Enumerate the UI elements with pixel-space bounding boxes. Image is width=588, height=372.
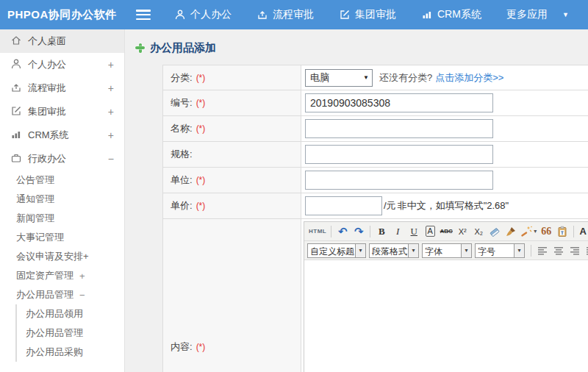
spec-input[interactable] <box>305 145 493 164</box>
form-row-spec: 规格: <box>163 142 588 168</box>
export-icon <box>10 82 28 96</box>
superscript-button[interactable]: X² <box>455 224 470 239</box>
auto-typeset-wand-icon[interactable]: ▾ <box>520 224 537 239</box>
nav-workflow-approval[interactable]: 流程审批 <box>257 8 314 21</box>
underline-button[interactable]: U <box>406 224 421 239</box>
chevron-down-icon: ▾ <box>514 243 525 258</box>
category-select-value: 电脑 <box>310 71 329 85</box>
required-marker: (*) <box>196 98 206 108</box>
sidebar-item-group-approval[interactable]: 集团审批 + <box>0 100 124 124</box>
strikethrough-button[interactable]: ABC <box>439 224 453 239</box>
sidebar-item-memorabilia-mgmt[interactable]: 大事记管理 <box>0 228 124 247</box>
hamburger-menu-icon[interactable] <box>136 10 151 20</box>
source-code-button[interactable]: HTML <box>308 224 327 239</box>
price-unit-suffix: /元 <box>384 199 396 212</box>
name-input[interactable] <box>305 119 493 138</box>
category-label: 分类: <box>171 71 193 85</box>
sidebar-item-fixed-assets-mgmt[interactable]: 固定资产管理 + <box>0 266 124 285</box>
sidebar-item-supplies-purchase[interactable]: 办公用品采购 <box>17 343 124 362</box>
content-label: 内容: <box>171 340 193 354</box>
nav-label: 个人办公 <box>190 8 232 21</box>
expand-plus-icon[interactable]: + <box>108 59 114 71</box>
top-header: PHPOA协同办公软件 个人办公 流程审批 集团审批 CRM系统 更多应用 ▼ <box>0 0 588 29</box>
bold-button[interactable]: B <box>374 224 389 239</box>
office-supplies-submenu: 办公用品领用 办公用品管理 办公用品采购 <box>15 304 124 362</box>
sidebar-item-supplies-claim[interactable]: 办公用品领用 <box>17 304 124 323</box>
eraser-icon[interactable] <box>487 224 502 239</box>
category-select[interactable]: 电脑 ▼ <box>305 69 373 87</box>
expand-plus-icon[interactable]: + <box>79 271 85 282</box>
sidebar-item-notice-mgmt[interactable]: 通知管理 <box>0 190 124 209</box>
chevron-down-icon: ▾ <box>356 243 366 258</box>
nav-more-apps[interactable]: 更多应用 <box>506 8 548 21</box>
admin-office-submenu: 公告管理 通知管理 新闻管理 大事记管理 会议申请及安排+ 固定资产管理 + 办… <box>0 171 124 362</box>
editor-content-area[interactable] <box>304 260 588 372</box>
nav-personal-office[interactable]: 个人办公 <box>174 8 232 21</box>
more-apps-caret-icon[interactable]: ▼ <box>562 11 569 18</box>
nav-crm-system[interactable]: CRM系统 <box>421 8 481 21</box>
expand-plus-icon[interactable]: + <box>108 129 114 141</box>
undo-icon[interactable]: ↶ <box>335 224 350 239</box>
editor-toolbar-row-2: 自定义标题▾ 段落格式▾ 字体▾ 字号▾ <box>304 241 588 260</box>
add-supply-form: 分类:(*) 电脑 ▼ 还没有分类? 点击添加分类>> 编号:(*) 名称:(*… <box>162 65 588 372</box>
align-left-icon[interactable] <box>535 243 550 258</box>
add-category-link[interactable]: 点击添加分类>> <box>435 71 503 85</box>
sidebar-item-news-mgmt[interactable]: 新闻管理 <box>0 209 124 228</box>
nav-group-approval[interactable]: 集团审批 <box>339 8 396 21</box>
align-right-icon[interactable] <box>567 243 582 258</box>
form-row-category: 分类:(*) 电脑 ▼ 还没有分类? 点击添加分类>> <box>163 65 588 90</box>
form-row-unit: 单位:(*) <box>163 168 588 193</box>
sidebar-item-crm-system[interactable]: CRM系统 + <box>0 124 124 147</box>
paste-as-text-clipboard-icon[interactable] <box>555 224 570 239</box>
price-input[interactable] <box>305 196 382 215</box>
form-row-code: 编号:(*) <box>163 90 588 116</box>
font-family-select[interactable]: 字体▾ <box>422 243 472 258</box>
align-justify-icon[interactable] <box>584 243 588 258</box>
chevron-down-icon: ▼ <box>363 74 369 81</box>
expand-plus-icon[interactable]: + <box>108 82 114 94</box>
sidebar-item-personal-desktop[interactable]: 个人桌面 <box>0 29 124 53</box>
code-input[interactable] <box>305 93 493 112</box>
form-row-name: 名称:(*) <box>163 116 588 142</box>
blockquote-button[interactable]: 66 <box>539 224 553 239</box>
align-center-icon[interactable] <box>551 243 566 258</box>
italic-button[interactable]: I <box>390 224 405 239</box>
unit-input[interactable] <box>305 171 493 190</box>
font-size-select[interactable]: 字号▾ <box>475 243 525 258</box>
export-icon <box>257 9 268 21</box>
format-brush-icon[interactable] <box>503 224 518 239</box>
char-border-button[interactable]: A <box>423 224 437 239</box>
sidebar-item-supplies-manage[interactable]: 办公用品管理 <box>17 323 124 343</box>
collapse-minus-icon[interactable]: − <box>79 290 85 301</box>
required-marker: (*) <box>196 201 206 211</box>
collapse-minus-icon[interactable]: − <box>108 153 114 165</box>
app-logo: PHPOA协同办公软件 <box>0 8 136 22</box>
price-label: 单价: <box>171 199 193 212</box>
sidebar-item-announcement-mgmt[interactable]: 公告管理 <box>0 171 124 190</box>
required-marker: (*) <box>196 124 206 134</box>
font-color-button[interactable]: A▾ <box>578 224 588 239</box>
price-format-hint: 非中文，如填写格式"2.68" <box>398 199 509 212</box>
nav-label: 集团审批 <box>355 8 396 21</box>
rich-text-editor: HTML ↶ ↷ B I U A ABC X² X₂ <box>304 221 588 372</box>
sidebar-item-workflow-approval[interactable]: 流程审批 + <box>0 76 124 100</box>
user-icon <box>10 58 28 72</box>
nav-label: CRM系统 <box>437 8 481 21</box>
code-label: 编号: <box>171 96 193 110</box>
expand-plus-icon[interactable]: + <box>108 106 114 118</box>
sidebar: 个人桌面 个人办公 + 流程审批 + 集团审批 + CRM系统 + 行政办公 − <box>0 29 125 372</box>
sidebar-item-personal-office[interactable]: 个人办公 + <box>0 53 124 76</box>
redo-icon[interactable]: ↷ <box>351 224 366 239</box>
paragraph-format-select[interactable]: 段落格式▾ <box>369 243 419 258</box>
page-title: 办公用品添加 <box>135 40 588 56</box>
home-icon <box>10 35 28 49</box>
custom-heading-select[interactable]: 自定义标题▾ <box>307 243 366 258</box>
required-marker: (*) <box>196 175 206 185</box>
sidebar-item-office-supplies-mgmt[interactable]: 办公用品管理 − <box>0 285 124 304</box>
sidebar-item-admin-office[interactable]: 行政办公 − <box>0 147 124 171</box>
editor-toolbar-row-1: HTML ↶ ↷ B I U A ABC X² X₂ <box>304 222 588 241</box>
unit-label: 单位: <box>171 174 193 187</box>
edit-icon <box>339 9 351 21</box>
sidebar-item-meeting-request[interactable]: 会议申请及安排+ <box>0 247 124 266</box>
subscript-button[interactable]: X₂ <box>471 224 486 239</box>
